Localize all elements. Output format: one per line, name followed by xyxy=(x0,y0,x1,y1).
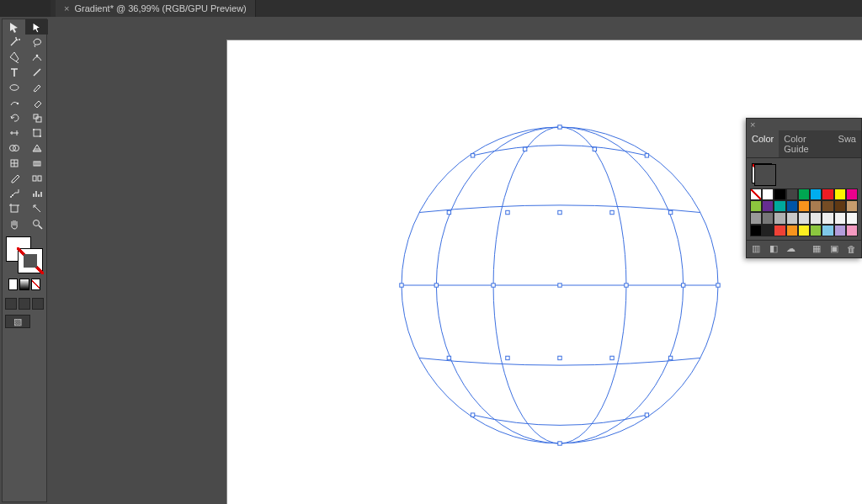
panel-tab-color[interactable]: Color xyxy=(747,130,779,157)
swatch[interactable] xyxy=(774,212,785,224)
hand-tool[interactable] xyxy=(3,216,25,231)
swatch[interactable] xyxy=(774,200,785,212)
shaper-tool[interactable] xyxy=(3,95,25,110)
scale-tool[interactable] xyxy=(25,110,48,125)
new-swatch-icon[interactable]: ▣ xyxy=(830,244,839,254)
delete-swatch-icon[interactable]: 🗑 xyxy=(847,244,856,254)
swatch[interactable] xyxy=(762,212,774,224)
svg-rect-25 xyxy=(558,284,561,287)
draw-mode-behind[interactable] xyxy=(19,298,30,310)
swatch[interactable] xyxy=(834,188,846,200)
document-tab[interactable]: × Gradient* @ 36,99% (RGB/GPU Preview) xyxy=(56,0,256,17)
fill-stroke-controls xyxy=(3,231,46,295)
perspective-grid-tool[interactable] xyxy=(25,141,48,156)
eraser-tool[interactable] xyxy=(25,95,48,110)
lasso-tool[interactable] xyxy=(25,34,48,50)
swatch-options-icon[interactable]: ☁ xyxy=(786,244,795,254)
svg-rect-36 xyxy=(506,211,509,215)
magic-wand-tool[interactable] xyxy=(3,34,25,50)
swatch[interactable] xyxy=(810,188,822,200)
swatch[interactable] xyxy=(846,200,858,212)
draw-mode-inside[interactable] xyxy=(32,298,44,310)
screen-mode-button[interactable]: ▧ xyxy=(5,315,30,328)
new-color-group-icon[interactable]: ▦ xyxy=(812,244,822,254)
swatch[interactable] xyxy=(846,188,858,200)
svg-rect-21 xyxy=(558,125,561,129)
close-tab-icon[interactable]: × xyxy=(64,3,69,13)
swatch[interactable] xyxy=(798,212,810,224)
swatch[interactable] xyxy=(846,225,858,236)
ellipse-tool[interactable] xyxy=(3,80,25,95)
column-graph-tool[interactable] xyxy=(25,186,48,201)
free-transform-tool[interactable] xyxy=(25,125,48,141)
swatch[interactable] xyxy=(810,212,822,224)
slice-tool[interactable] xyxy=(25,201,48,216)
paintbrush-tool[interactable] xyxy=(25,80,48,95)
swatch[interactable] xyxy=(750,225,762,236)
type-tool[interactable] xyxy=(3,65,25,80)
swatch[interactable] xyxy=(750,200,762,212)
shape-builder-tool[interactable] xyxy=(3,141,25,156)
swatch[interactable] xyxy=(762,188,774,200)
swatch[interactable] xyxy=(786,188,798,200)
svg-point-0 xyxy=(35,55,38,57)
close-panel-icon[interactable]: × xyxy=(750,119,755,130)
svg-rect-35 xyxy=(668,356,672,359)
rotate-tool[interactable] xyxy=(3,110,25,125)
swatch[interactable] xyxy=(786,225,798,236)
swatch[interactable] xyxy=(762,200,774,212)
selection-tool[interactable] xyxy=(3,19,25,34)
svg-rect-43 xyxy=(645,413,648,416)
artboard[interactable] xyxy=(227,40,862,504)
swatch[interactable] xyxy=(750,212,762,224)
swatch[interactable] xyxy=(822,200,833,212)
swatch[interactable] xyxy=(774,188,785,200)
artboard-tool[interactable] xyxy=(3,201,25,216)
line-segment-tool[interactable] xyxy=(25,65,48,80)
swatch[interactable] xyxy=(834,225,846,236)
color-mode-solid[interactable] xyxy=(8,279,18,290)
swatch[interactable] xyxy=(798,225,810,236)
swatch[interactable] xyxy=(774,225,785,236)
curvature-tool[interactable] xyxy=(25,50,48,65)
swatch[interactable] xyxy=(822,188,833,200)
swatch[interactable] xyxy=(822,212,833,224)
mesh-tool[interactable] xyxy=(3,156,25,171)
panel-tab-swatches[interactable]: Swa xyxy=(833,130,861,157)
swatch[interactable] xyxy=(750,188,762,200)
tools-panel: ▧ xyxy=(2,19,47,502)
color-indicator-fill[interactable] xyxy=(752,163,772,183)
color-mode-gradient[interactable] xyxy=(19,279,29,290)
svg-rect-38 xyxy=(506,356,509,359)
show-swatch-kinds-icon[interactable]: ◧ xyxy=(769,244,779,254)
swatch[interactable] xyxy=(798,200,810,212)
swatch[interactable] xyxy=(798,188,810,200)
gradient-tool[interactable] xyxy=(25,156,48,171)
panel-tab-color-guide[interactable]: Color Guide xyxy=(779,130,833,157)
color-mode-none[interactable] xyxy=(31,279,40,290)
swatch[interactable] xyxy=(822,225,833,236)
swatch[interactable] xyxy=(786,200,798,212)
swatch[interactable] xyxy=(762,225,774,236)
swatch[interactable] xyxy=(810,200,822,212)
symbol-sprayer-tool[interactable] xyxy=(3,186,25,201)
swatch[interactable] xyxy=(846,212,858,224)
direct-selection-tool[interactable] xyxy=(25,19,48,34)
swatch[interactable] xyxy=(786,212,798,224)
svg-rect-28 xyxy=(492,284,495,287)
width-tool[interactable] xyxy=(3,125,25,141)
swatch[interactable] xyxy=(810,225,822,236)
swatch[interactable] xyxy=(834,212,846,224)
svg-rect-33 xyxy=(668,211,672,215)
svg-point-14 xyxy=(10,196,12,198)
globe-wireframe[interactable] xyxy=(383,109,737,462)
swatch[interactable] xyxy=(834,200,846,212)
blend-tool[interactable] xyxy=(25,171,48,186)
zoom-tool[interactable] xyxy=(25,216,48,231)
swatch-libraries-icon[interactable]: ▥ xyxy=(752,244,761,254)
draw-mode-normal[interactable] xyxy=(5,298,17,310)
svg-point-6 xyxy=(33,129,35,130)
stroke-swatch[interactable] xyxy=(18,248,43,273)
pen-tool[interactable] xyxy=(3,50,25,65)
eyedropper-tool[interactable] xyxy=(3,171,25,186)
